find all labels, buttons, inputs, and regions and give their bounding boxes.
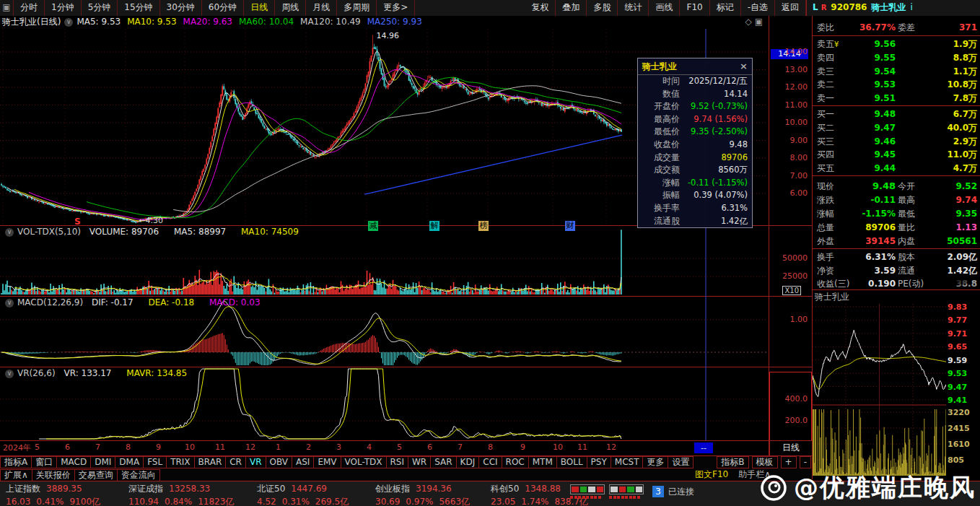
indicator-tab-MCST[interactable]: MCST bbox=[611, 456, 644, 468]
indicator-tab-BRAR[interactable]: BRAR bbox=[195, 456, 227, 468]
mini-price-tick: 9.41 bbox=[948, 396, 979, 405]
window-icon[interactable]: ▣ bbox=[0, 0, 14, 16]
index-block[interactable]: 深证成指13258.33110.940.84%11823亿 bbox=[128, 483, 258, 506]
period-tab-分时[interactable]: 分时 bbox=[14, 0, 45, 16]
tool-标记[interactable]: 标记 bbox=[710, 0, 741, 16]
indicator-tab-模板[interactable]: 模板 bbox=[752, 456, 778, 468]
indicator-tab-SAR[interactable]: SAR bbox=[431, 456, 456, 468]
period-tab-日线[interactable]: 日线 bbox=[244, 0, 275, 16]
server-status-box[interactable] bbox=[609, 484, 644, 494]
chevron-down-icon[interactable]: ∨ bbox=[64, 18, 73, 27]
indicator-tab-指标B[interactable]: 指标B bbox=[717, 456, 748, 468]
lower-tab-资金流向[interactable]: 资金流向 bbox=[118, 469, 160, 481]
bid-row[interactable]: 买二9.4740.0万 bbox=[813, 121, 980, 134]
event-marker-财[interactable]: 财 bbox=[565, 221, 575, 231]
stock-code: 920786 bbox=[831, 2, 867, 12]
ask-row[interactable]: 卖五¥9.561.9万 bbox=[813, 38, 980, 51]
indicator-tab-MACD[interactable]: MACD bbox=[57, 456, 91, 468]
period-tab-周线[interactable]: 周线 bbox=[275, 0, 306, 16]
period-tab-30分钟[interactable]: 30分钟 bbox=[160, 0, 202, 16]
indicator-tab-RSI[interactable]: RSI bbox=[387, 456, 409, 468]
period-tab-更多>[interactable]: 更多> bbox=[377, 0, 415, 16]
indicator-tab-KDJ[interactable]: KDJ bbox=[457, 456, 480, 468]
indicator-tab--[interactable]: - bbox=[800, 456, 811, 468]
ask-price: 9.54 bbox=[874, 65, 896, 78]
tool--自选[interactable]: -自选 bbox=[741, 0, 775, 16]
indicator-tab-BOLL[interactable]: BOLL bbox=[557, 456, 587, 468]
tool-画线[interactable]: 画线 bbox=[649, 0, 680, 16]
close-icon[interactable]: × bbox=[740, 58, 748, 74]
tool-F10[interactable]: F10 bbox=[680, 0, 709, 16]
indicator-tab-EMV[interactable]: EMV bbox=[314, 456, 341, 468]
lower-tab-交易查询[interactable]: 交易查询 bbox=[75, 469, 118, 481]
indicator-tab-TRIX[interactable]: TRIX bbox=[167, 456, 194, 468]
tool-返回[interactable]: 返回 bbox=[775, 0, 806, 16]
indicator-tab-ASI[interactable]: ASI bbox=[292, 456, 314, 468]
ask-row[interactable]: 卖一9.517.8万 bbox=[813, 92, 980, 105]
pane-expand-icon[interactable]: ∨ bbox=[5, 370, 14, 378]
index-block[interactable]: 北证501447.694.520.31%269.5亿 bbox=[257, 483, 387, 506]
rong-flag: R bbox=[821, 4, 827, 12]
index-block[interactable]: 创业板指3194.3630.690.97%5663亿 bbox=[375, 483, 505, 506]
period-tab-多周期[interactable]: 多周期 bbox=[337, 0, 377, 16]
index-pct: 0.84% bbox=[165, 497, 192, 506]
intraday-mini-chart[interactable] bbox=[813, 304, 946, 477]
pane-expand-icon[interactable]: ∨ bbox=[5, 228, 14, 237]
ma-label: MA20: 9.63 bbox=[183, 17, 232, 27]
period-tab-1分钟[interactable]: 1分钟 bbox=[45, 0, 82, 16]
bid-row[interactable]: 买三9.462.9万 bbox=[813, 135, 980, 148]
server-status-box[interactable] bbox=[570, 484, 605, 494]
popup-title-bar[interactable]: × 骑士乳业 bbox=[638, 58, 752, 75]
index-block[interactable]: 上证指数3889.3516.030.41%9100亿 bbox=[6, 483, 136, 506]
bid-label: 买二 bbox=[817, 121, 834, 134]
ask-price: 9.56 bbox=[874, 38, 896, 51]
info-icon[interactable]: i bbox=[910, 2, 912, 12]
stat-value: 6.31% bbox=[865, 250, 896, 263]
indicator-tab-设置[interactable]: 设置 bbox=[668, 456, 694, 468]
tool-复权[interactable]: 复权 bbox=[525, 0, 556, 16]
indicator-tab-DMA[interactable]: DMA bbox=[115, 456, 144, 468]
tool-多股[interactable]: 多股 bbox=[587, 0, 618, 16]
event-marker-榜[interactable]: 榜 bbox=[478, 221, 489, 231]
indicator-tab-指标A[interactable]: 指标A bbox=[0, 456, 32, 468]
period-tab-5分钟[interactable]: 5分钟 bbox=[82, 0, 118, 16]
indicator-tab-VR[interactable]: VR bbox=[246, 456, 266, 468]
bid-row[interactable]: 买五9.444.7万 bbox=[813, 162, 980, 175]
period-tab-月线[interactable]: 月线 bbox=[306, 0, 337, 16]
bid-row[interactable]: 买一9.486.7万 bbox=[813, 108, 980, 121]
chart-corner-icons[interactable]: ◇ ▣ bbox=[745, 16, 763, 28]
event-marker-减[interactable]: 减 bbox=[368, 221, 378, 231]
popup-row-value: 89706 bbox=[680, 152, 748, 165]
ask-row[interactable]: 卖四9.558.8万 bbox=[813, 51, 980, 64]
indicator-tab-PSY[interactable]: PSY bbox=[587, 456, 611, 468]
ask-row[interactable]: 卖三9.541.1万 bbox=[813, 65, 980, 78]
indicator-tab-窗口[interactable]: 窗口 bbox=[32, 456, 57, 468]
indicator-tab-ROC[interactable]: ROC bbox=[502, 456, 529, 468]
date-axis[interactable]: -- 2024年56789101112123456789101112 bbox=[0, 440, 769, 456]
volume-tick: 50000 bbox=[782, 253, 808, 263]
period-tab-60分钟[interactable]: 60分钟 bbox=[202, 0, 244, 16]
ask-row[interactable]: 卖二9.5310.8万 bbox=[813, 78, 980, 91]
period-tab-15分钟[interactable]: 15分钟 bbox=[118, 0, 159, 16]
tool-统计[interactable]: 统计 bbox=[618, 0, 649, 16]
indicator-tab-DMI[interactable]: DMI bbox=[91, 456, 115, 468]
pane-expand-icon[interactable]: ∨ bbox=[5, 299, 14, 307]
bid-row[interactable]: 买四9.4511.0万 bbox=[813, 148, 980, 161]
indicator-tab-更多[interactable]: 更多 bbox=[643, 456, 668, 468]
indicator-tab-FSL[interactable]: FSL bbox=[144, 456, 167, 468]
indicator-tab-VOL-TDX[interactable]: VOL-TDX bbox=[341, 456, 387, 468]
lower-tab-关联报价[interactable]: 关联报价 bbox=[32, 469, 75, 481]
lower-tab-扩展∧[interactable]: 扩展∧ bbox=[0, 469, 32, 481]
tool-叠加[interactable]: 叠加 bbox=[556, 0, 587, 16]
indicator-tab-OBV[interactable]: OBV bbox=[266, 456, 293, 468]
indicator-tab-WR[interactable]: WR bbox=[408, 456, 431, 468]
indicator-tab-CCI[interactable]: CCI bbox=[479, 456, 502, 468]
indicator-tab-+[interactable]: + bbox=[781, 456, 797, 468]
mini-price-tick: 9.65 bbox=[948, 342, 979, 352]
indicator-tab-MTM[interactable]: MTM bbox=[529, 456, 557, 468]
pane-value: DIF: -0.17 bbox=[89, 297, 133, 307]
event-marker-解[interactable]: 解 bbox=[429, 221, 439, 231]
connection-count-badge[interactable]: 3 bbox=[652, 486, 664, 497]
indicator-tab-CR[interactable]: CR bbox=[226, 456, 246, 468]
graphic-f10-link[interactable]: 图文F10 bbox=[695, 469, 728, 479]
